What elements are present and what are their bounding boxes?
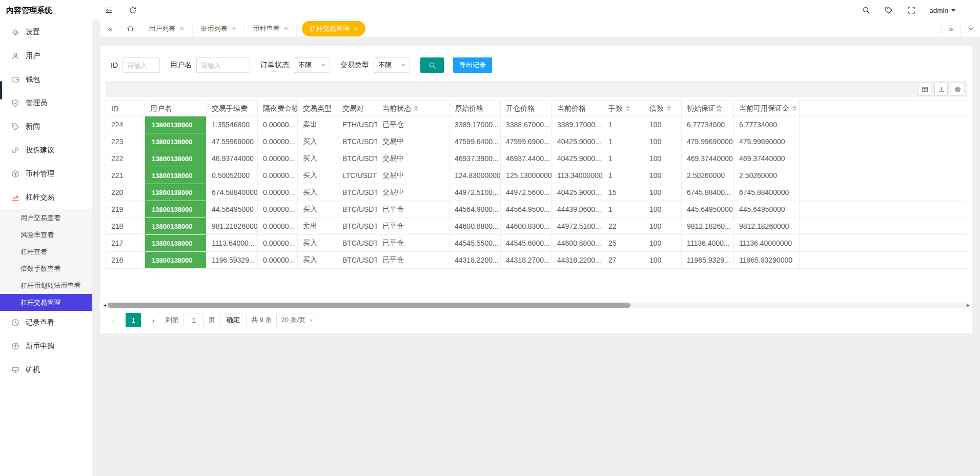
cell: 100 xyxy=(644,201,682,218)
scroll-right-arrow-icon[interactable]: ▸ xyxy=(967,302,969,308)
sidebar-item-settings[interactable]: 设置 xyxy=(0,21,92,44)
sidebar-item-currency-manage[interactable]: 币种管理 xyxy=(0,162,92,186)
export-button[interactable]: 导出记录 xyxy=(453,57,492,73)
sidebar-item-new-coin-subscribe[interactable]: 新币申购 xyxy=(0,334,92,358)
tabs-scroll-right-icon[interactable]: » xyxy=(941,21,961,37)
cell: 221 xyxy=(106,167,145,184)
cell: 2.50260000 xyxy=(682,167,734,184)
table-body: 224138001380001.355468000.00000...卖出ETH/… xyxy=(106,116,967,269)
home-tab[interactable] xyxy=(120,21,140,37)
tabs-scroll-left-icon[interactable]: « xyxy=(100,21,120,37)
print-button[interactable] xyxy=(951,83,964,96)
column-header-14[interactable]: 当前可用保证金 xyxy=(734,101,800,116)
link-icon xyxy=(11,146,19,154)
username-badge: 13800138000 xyxy=(145,235,206,251)
cell-filler xyxy=(800,150,967,167)
order-status-select[interactable]: 不限 xyxy=(294,57,330,73)
top-header: 内容管理系统 admin xyxy=(0,0,980,21)
sidebar-item-news[interactable]: 新闻 xyxy=(0,115,92,138)
sidebar-subitem-leverage-trade-manage[interactable]: 杠杆交易管理 xyxy=(0,294,92,311)
scrollbar-thumb[interactable] xyxy=(108,303,630,308)
sidebar-subitem-risk-rate-view[interactable]: 风险率查看 xyxy=(0,226,92,243)
tab-label: 用户列表 xyxy=(149,24,175,33)
search-icon[interactable] xyxy=(862,6,871,15)
table-row[interactable]: 221138001380000.500520000.00000...买入LTC/… xyxy=(106,167,967,184)
table-row[interactable]: 2231380013800047.599690000.00000...买入BTC… xyxy=(106,133,967,150)
sidebar-item-wallet[interactable]: 钱包 xyxy=(0,68,92,91)
goto-page-input[interactable] xyxy=(183,313,204,327)
sidebar-item-label: 投拆建议 xyxy=(26,146,54,155)
trade-type-select[interactable]: 不限 xyxy=(374,57,410,73)
column-header-7[interactable]: 当前状态 xyxy=(377,101,450,116)
export-table-button[interactable] xyxy=(934,83,948,96)
prev-page-button[interactable]: ‹ xyxy=(106,313,121,327)
collapse-sidebar-icon[interactable] xyxy=(105,6,114,15)
sidebar-item-users[interactable]: 用户 xyxy=(0,44,92,68)
table-row[interactable]: 21813800138000981.218260000.00000...卖出BT… xyxy=(106,218,967,235)
lever-icon xyxy=(11,193,19,202)
cell: 220 xyxy=(106,184,145,201)
table-row[interactable]: 2191380013800044.564950000.00000...买入BTC… xyxy=(106,201,967,218)
tab-withdraw-list[interactable]: 提币列表× xyxy=(193,21,245,37)
table-row[interactable]: 224138001380001.355468000.00000...卖出ETH/… xyxy=(106,116,967,133)
column-header-11[interactable]: 手数 xyxy=(603,101,644,116)
horizontal-scrollbar[interactable]: ◂ ▸ xyxy=(103,303,970,308)
cell: BTC/USDT xyxy=(337,218,377,235)
order-status-label: 订单状态 xyxy=(260,61,289,70)
tab-currency-view[interactable]: 币种查看× xyxy=(244,21,297,37)
id-input[interactable] xyxy=(122,57,160,73)
fullscreen-icon[interactable] xyxy=(907,6,916,15)
sidebar-subitem-multiple-lots-view[interactable]: 倍数手数查看 xyxy=(0,260,92,277)
table-row[interactable]: 217138001380001113.64000...0.00000...买入B… xyxy=(106,235,967,252)
sidebar-item-record-view[interactable]: 记录查看 xyxy=(0,311,92,334)
sort-icon[interactable] xyxy=(667,106,671,111)
tab-leverage-trade-manage[interactable]: 杠杆交易管理× xyxy=(302,21,366,36)
username-input[interactable] xyxy=(196,57,250,73)
refresh-icon[interactable] xyxy=(128,6,137,15)
sidebar-item-feedback[interactable]: 投拆建议 xyxy=(0,138,92,162)
filter-columns-button[interactable] xyxy=(918,83,931,96)
cell: 1 xyxy=(603,201,644,218)
sidebar-item-leverage[interactable]: 杠杆交易 xyxy=(0,186,92,209)
sidebar-item-admin[interactable]: 管理员 xyxy=(0,91,92,115)
user-menu[interactable]: admin xyxy=(929,7,955,14)
trade-type-value: 不限 xyxy=(378,61,392,70)
search-button[interactable] xyxy=(420,57,444,73)
cell: 475.99690000 xyxy=(734,133,800,150)
close-icon[interactable]: × xyxy=(354,25,358,32)
sidebar-subitem-leverage-view[interactable]: 杠杆查看 xyxy=(0,243,92,260)
admin-icon xyxy=(11,99,19,107)
current-page-button[interactable]: 1 xyxy=(126,313,141,327)
sidebar-item-miner[interactable]: 矿机 xyxy=(0,358,92,382)
next-page-button[interactable]: › xyxy=(146,313,161,327)
cell-filler xyxy=(800,218,967,235)
close-icon[interactable]: × xyxy=(232,25,236,32)
table-row[interactable]: 216138001380001196.59329...0.00000...买入B… xyxy=(106,252,967,269)
column-header-12[interactable]: 倍数 xyxy=(644,101,682,116)
table-row[interactable]: 22013800138000674.588400000.00000...买入BT… xyxy=(106,184,967,201)
tag-icon[interactable] xyxy=(884,6,893,15)
data-table: ID用户名交易手续费隔夜费金额交易类型交易对当前状态原始价格开仓价格当前价格手数… xyxy=(106,101,967,269)
tabs-menu-icon[interactable] xyxy=(961,21,980,37)
column-header-label: 隔夜费金额 xyxy=(263,104,298,112)
app-title: 内容管理系统 xyxy=(0,6,92,15)
cell: BTC/USDT xyxy=(337,133,377,150)
sort-icon[interactable] xyxy=(792,106,797,111)
scroll-left-arrow-icon[interactable]: ◂ xyxy=(104,302,106,308)
table-row[interactable]: 2221380013800046.937440000.00000...买入BTC… xyxy=(106,150,967,167)
username-cell: 13800138000 xyxy=(145,252,207,269)
cell: 0.00000... xyxy=(258,150,298,167)
sidebar-scrollbar[interactable] xyxy=(0,81,2,100)
sort-icon[interactable] xyxy=(626,106,630,111)
sidebar-subitem-leverage-fiat-transfer-view[interactable]: 杠杆币划转法币查看 xyxy=(0,277,92,294)
sidebar-subitem-user-trade-view[interactable]: 用户交易查看 xyxy=(0,209,92,226)
confirm-button[interactable]: 确定 xyxy=(220,313,247,327)
sort-icon[interactable] xyxy=(414,106,418,111)
chevron-down-icon xyxy=(401,64,405,69)
tab-user-list[interactable]: 用户列表× xyxy=(140,21,193,37)
gear-icon xyxy=(11,28,19,36)
close-icon[interactable]: × xyxy=(284,25,288,32)
page-size-select[interactable]: 20 条/页 xyxy=(276,313,317,327)
close-icon[interactable]: × xyxy=(180,25,184,32)
cell: 100 xyxy=(644,252,682,269)
